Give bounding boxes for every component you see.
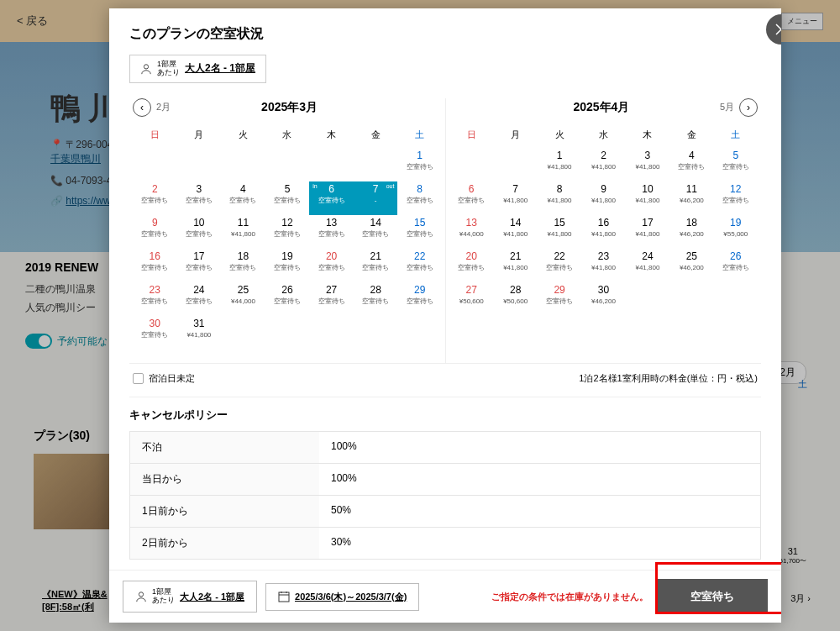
calendar-day[interactable]: 30¥46,200 — [581, 282, 625, 316]
calendar-day[interactable]: 8空室待ち — [397, 181, 442, 215]
calendar-day — [265, 316, 310, 350]
calendar-day[interactable]: 28¥50,600 — [493, 282, 537, 316]
calendar-day[interactable]: 25¥46,200 — [669, 249, 713, 282]
close-button[interactable] — [766, 14, 781, 45]
calendar-day[interactable]: 5空室待ち — [714, 148, 758, 181]
calendar-day[interactable]: 26空室待ち — [265, 282, 310, 316]
next-month-button[interactable]: › — [739, 98, 758, 117]
calendar-day — [669, 282, 713, 316]
calendar-day[interactable]: 1空室待ち — [397, 148, 442, 181]
calendar-day — [177, 148, 222, 181]
svg-point-0 — [144, 65, 148, 69]
calendar-footer: 宿泊日未定 1泊2名様1室利用時の料金(単位：円・税込) — [129, 364, 761, 397]
calendar-day[interactable]: 4空室待ち — [669, 148, 713, 181]
calendar-day[interactable]: 30空室待ち — [133, 316, 177, 350]
calendar-day[interactable]: 9¥41,800 — [581, 181, 625, 215]
calendar-day[interactable]: 15空室待ち — [397, 215, 442, 249]
calendar-grid-march: 1空室待ち2空室待ち3空室待ち4空室待ち5空室待ちin6空室待ちout7-8空室… — [133, 148, 442, 350]
policy-row: 2日前から30% — [129, 528, 761, 560]
modal-title: このプランの空室状況 — [129, 25, 761, 43]
calendar-grid-april: 1¥41,8002¥41,8003¥41,8004空室待ち5空室待ち6空室待ち7… — [449, 148, 758, 316]
calendar-day[interactable]: 28空室待ち — [354, 282, 398, 316]
calendar-day[interactable]: 19空室待ち — [265, 249, 310, 282]
calendar-day[interactable]: 5空室待ち — [265, 181, 310, 215]
calendar-day[interactable]: 20空室待ち — [449, 249, 493, 282]
svg-point-1 — [139, 592, 143, 597]
calendar-day[interactable]: out7- — [354, 181, 398, 215]
calendar-day[interactable]: 15¥41,800 — [538, 215, 581, 249]
calendar-day — [449, 148, 493, 181]
calendar-day[interactable]: 29空室待ち — [538, 282, 581, 316]
calendar-day[interactable]: 10空室待ち — [177, 215, 222, 249]
policy-row: 当日から100% — [129, 464, 761, 496]
calendar-day[interactable]: 19¥55,000 — [714, 215, 758, 249]
calendar-day[interactable]: 22空室待ち — [538, 249, 581, 282]
calendar-day[interactable]: 27¥50,600 — [449, 282, 493, 316]
policy-row: 不泊100% — [129, 431, 761, 464]
calendar-day[interactable]: 22空室待ち — [397, 249, 442, 282]
calendar-april: 2025年4月 5月 › 日月火水木金土 1¥41,8002¥41,8003¥4… — [445, 98, 761, 363]
calendar-day[interactable]: 29空室待ち — [397, 282, 442, 316]
calendar-day[interactable]: 25¥44,000 — [221, 282, 265, 316]
calendar-day[interactable]: 12空室待ち — [265, 215, 310, 249]
calendar-day[interactable]: 11¥46,200 — [669, 181, 713, 215]
calendar-day — [626, 282, 669, 316]
calendar-day[interactable]: 17¥41,800 — [626, 215, 669, 249]
calendar-day[interactable]: 12空室待ち — [714, 181, 758, 215]
waitlist-button[interactable]: 空室待ち — [657, 579, 768, 614]
undated-checkbox[interactable]: 宿泊日未定 — [133, 372, 195, 385]
calendar-day[interactable]: 10¥41,800 — [626, 181, 669, 215]
calendar-day[interactable]: 2¥41,800 — [581, 148, 625, 181]
person-icon — [140, 63, 152, 75]
calendar-day[interactable]: 21¥41,800 — [493, 249, 537, 282]
calendar-day[interactable]: 4空室待ち — [221, 181, 265, 215]
calendar-day[interactable]: 7¥41,800 — [493, 181, 537, 215]
prev-month-label: 2月 — [156, 101, 171, 113]
weekday-header: 日月火水木金土 — [449, 125, 758, 145]
calendar-day[interactable]: 17空室待ち — [177, 249, 222, 282]
calendar-day[interactable]: 16¥41,800 — [581, 215, 625, 249]
calendar-day[interactable]: 1¥41,800 — [538, 148, 581, 181]
calendar-day[interactable]: 14空室待ち — [354, 215, 398, 249]
calendar-day[interactable]: 23空室待ち — [133, 282, 177, 316]
svg-rect-2 — [279, 592, 289, 602]
calendar-day[interactable]: 20空室待ち — [309, 249, 354, 282]
calendar-day[interactable]: 23¥41,800 — [581, 249, 625, 282]
calendar-title-march: 2025年3月 — [261, 100, 318, 115]
calendar-day — [397, 316, 442, 350]
calendar-day[interactable]: 18¥46,200 — [669, 215, 713, 249]
calendar-day[interactable]: 27空室待ち — [309, 282, 354, 316]
close-icon — [775, 24, 781, 35]
calendar-day[interactable]: 13空室待ち — [309, 215, 354, 249]
calendar-day[interactable]: 11¥41,800 — [221, 215, 265, 249]
calendar-day — [493, 148, 537, 181]
calendar-day[interactable]: 21空室待ち — [354, 249, 398, 282]
calendar-day[interactable]: 6空室待ち — [449, 181, 493, 215]
calendar-day[interactable]: 18空室待ち — [221, 249, 265, 282]
prev-month-button[interactable]: ‹ — [133, 98, 151, 117]
calendar-day[interactable]: 13¥44,000 — [449, 215, 493, 249]
calendar-day[interactable]: 31¥41,800 — [177, 316, 222, 350]
calendar-day[interactable]: 16空室待ち — [133, 249, 177, 282]
calendar-day[interactable]: in6空室待ち — [309, 181, 354, 215]
calendar-day[interactable]: 2空室待ち — [133, 181, 177, 215]
next-month-label: 5月 — [720, 101, 734, 113]
occupancy-selector[interactable]: 1部屋あたり 大人2名 - 1部屋 — [129, 55, 266, 83]
calendar-day[interactable]: 3空室待ち — [177, 181, 222, 215]
calendar-day[interactable]: 14¥41,800 — [493, 215, 537, 249]
calendar-day[interactable]: 24空室待ち — [177, 282, 222, 316]
calendar-day[interactable]: 9空室待ち — [133, 215, 177, 249]
calendar-day[interactable]: 3¥41,800 — [626, 148, 669, 181]
footer-occupancy[interactable]: 1部屋あたり 大人2名 - 1部屋 — [123, 581, 257, 613]
footer-dates[interactable]: 2025/3/6(木)～2025/3/7(金) — [265, 583, 419, 611]
calendar-day[interactable]: 8¥41,800 — [538, 181, 581, 215]
calendar-day — [309, 148, 354, 181]
modal-footer: 1部屋あたり 大人2名 - 1部屋 2025/3/6(木)～2025/3/7(金… — [109, 570, 781, 623]
price-note: 1泊2名様1室利用時の料金(単位：円・税込) — [579, 372, 758, 385]
calendar-day[interactable]: 26空室待ち — [714, 249, 758, 282]
calendar-day — [133, 148, 177, 181]
occupancy-value: 大人2名 - 1部屋 — [185, 61, 255, 76]
calendar-day[interactable]: 24¥41,800 — [626, 249, 669, 282]
calendar-day — [265, 148, 310, 181]
calendar-day — [221, 316, 265, 350]
